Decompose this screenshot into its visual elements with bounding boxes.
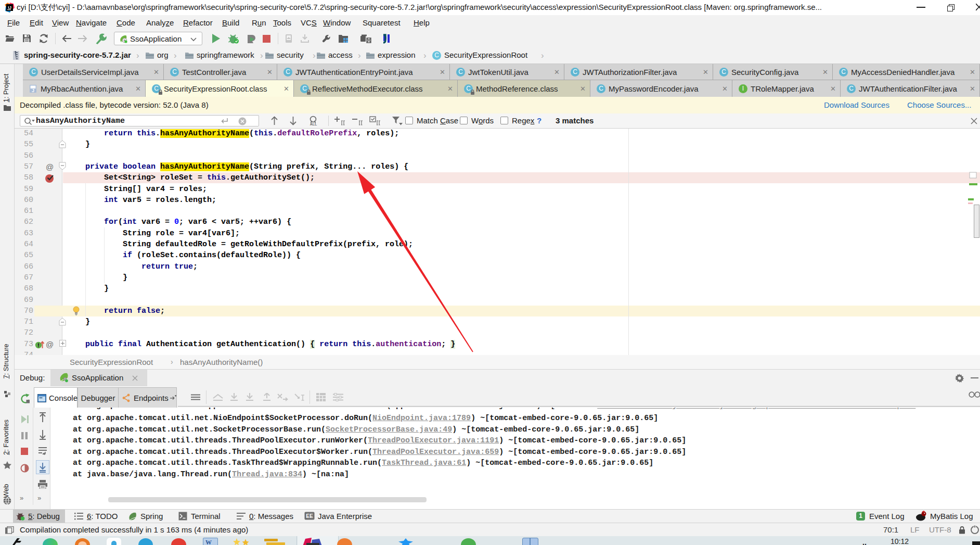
svg-text:ALL: ALL: [310, 122, 317, 126]
svg-text:EE: EE: [306, 513, 313, 519]
svg-text:IJ: IJ: [8, 5, 11, 10]
svg-text:J: J: [32, 88, 34, 93]
